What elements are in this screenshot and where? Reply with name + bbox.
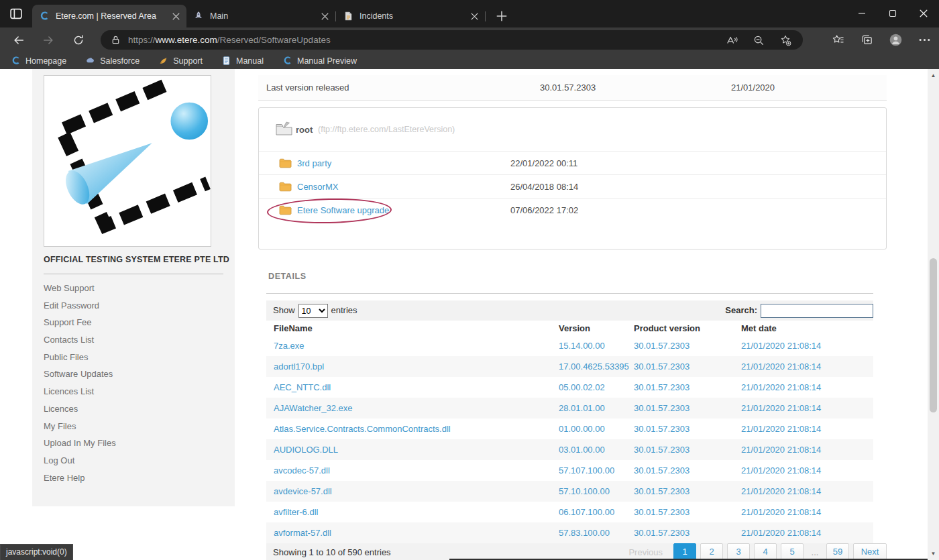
pagination: Previous12345...59Next [628,543,887,560]
maximize-button[interactable] [877,0,908,27]
forward-icon[interactable] [38,30,58,50]
add-favorite-icon[interactable] [779,34,791,46]
minimize-button[interactable] [846,0,877,27]
bookmark-manual-preview[interactable]: Manual Preview [282,56,357,66]
sidebar-item-upload-in-my-files[interactable]: Upload In My Files [44,435,116,452]
url-domain: www.etere.com [156,35,217,45]
column-header[interactable]: Version [559,321,634,335]
cell-value: 57.10.100.00 [559,481,634,502]
manual-icon [221,56,231,66]
workspaces-icon[interactable] [9,7,23,21]
tab-separator [485,11,486,21]
tab-close-icon[interactable] [321,13,329,20]
pagination-page-1[interactable]: 1 [673,543,696,560]
folder-modified-date: 07/06/2022 17:02 [510,205,578,215]
bookmark-manual[interactable]: Manual [221,56,264,66]
cell-value: 21/01/2020 21:08:14 [741,398,873,418]
tab-title: Etere.com | Reserved Area [56,11,166,21]
cell-value: 05.00.02.02 [559,377,634,398]
browser-tab[interactable]: Incidents [336,5,485,27]
file-link[interactable]: adortl170.bpl [266,356,559,377]
file-link[interactable]: 7za.exe [266,335,559,356]
folder-link[interactable]: 3rd party [297,158,331,168]
folder-icon [279,158,292,168]
scrollbar-down-arrow[interactable]: ▼ [928,551,939,557]
show-label: Show [273,305,295,315]
file-link[interactable]: avformat-57.dll [266,522,559,543]
cell-value: 21/01/2020 21:08:14 [741,481,873,502]
new-tab-icon[interactable] [493,7,510,25]
file-link[interactable]: AUDIOLOG.DLL [266,439,559,460]
back-icon[interactable] [9,30,29,50]
sidebar-item-log-out[interactable]: Log Out [44,452,116,469]
scrollbar-thumb[interactable] [930,258,937,412]
folder-link[interactable]: CensorMX [297,182,338,192]
tab-close-icon[interactable] [172,13,180,20]
sidebar-item-public-files[interactable]: Public Files [44,349,116,366]
window-controls [846,0,939,27]
cell-value: 01.00.00.00 [559,418,634,439]
pagination-next[interactable]: Next [853,543,887,560]
folder-link[interactable]: Etere Software upgrade [297,205,389,215]
sidebar-item-my-files[interactable]: My Files [44,418,116,435]
bookmark-support[interactable]: Support [158,56,203,66]
sidebar-item-etere-help[interactable]: Etere Help [44,469,116,487]
sidebar-item-edit-password[interactable]: Edit Password [44,297,116,315]
file-link[interactable]: Atlas.Service.Contracts.CommonContracts.… [266,418,559,439]
bookmark-label: Manual [236,56,264,66]
tab-close-icon[interactable] [471,13,478,20]
company-heading: OFFICIAL TESTING SYSTEM ETERE PTE LTD [44,255,229,264]
profile-avatar[interactable] [889,34,902,46]
cell-value: 57.83.100.00 [559,522,634,543]
cell-value: 06.107.100.00 [559,502,634,522]
entries-select[interactable]: 10 [298,304,328,318]
sidebar-item-licences-list[interactable]: Licences List [44,383,116,400]
vertical-scrollbar[interactable]: ▲ ▼ [928,69,939,560]
browser-titlebar: Etere.com | Reserved AreaMainIncidents [0,0,939,27]
pagination-page-2[interactable]: 2 [700,543,723,560]
pagination-page-59[interactable]: 59 [826,543,849,560]
table-row: AEC_NTTC.dll05.00.02.0230.01.57.230321/0… [266,377,873,398]
file-link[interactable]: avfilter-6.dll [266,502,559,522]
sidebar-item-web-support[interactable]: Web Support [44,280,116,297]
favorites-icon[interactable] [832,34,844,46]
pagination-page-4[interactable]: 4 [754,543,777,560]
column-header[interactable]: FileName [266,321,559,335]
sidebar-item-licences[interactable]: Licences [44,400,116,418]
bookmark-homepage[interactable]: Homepage [11,56,66,66]
scrollbar-up-arrow[interactable]: ▲ [928,72,939,78]
cell-value: 30.01.57.2303 [634,335,741,356]
tab-title: Incidents [360,11,465,21]
address-bar[interactable]: https://www.etere.com/Reserved/SoftwareU… [101,30,803,50]
folder-icon [279,205,292,215]
read-aloud-icon[interactable] [726,34,738,46]
collections-icon[interactable] [861,34,873,46]
column-header[interactable]: Product version [634,321,741,335]
refresh-icon[interactable] [68,30,89,50]
pagination-page-3[interactable]: 3 [727,543,750,560]
sidebar-item-contacts-list[interactable]: Contacts List [44,331,116,349]
bookmark-label: Manual Preview [297,56,357,66]
search-input[interactable] [761,304,873,318]
file-link[interactable]: AEC_NTTC.dll [266,377,559,398]
sidebar-item-software-updates[interactable]: Software Updates [44,366,116,383]
file-link[interactable]: AJAWatcher_32.exe [266,398,559,418]
lock-icon[interactable] [111,35,121,45]
pagination-previous[interactable]: Previous [628,547,663,557]
settings-menu-icon[interactable] [918,34,931,46]
close-button[interactable] [908,0,939,27]
sidebar-item-support-fee[interactable]: Support Fee [44,314,116,331]
browser-tab[interactable]: Main [186,5,335,27]
table-row: avcodec-57.dll57.107.100.0030.01.57.2303… [266,460,873,481]
browser-tab[interactable]: Etere.com | Reserved Area [32,5,186,27]
support-icon [158,56,168,66]
file-link[interactable]: avdevice-57.dll [266,481,559,502]
column-header[interactable]: Met date [741,321,873,335]
zoom-out-icon[interactable] [753,34,765,46]
etere-icon [282,56,292,66]
file-link[interactable]: avcodec-57.dll [266,460,559,481]
pagination-page-5[interactable]: 5 [781,543,804,560]
bookmarks-bar: HomepageSalesforceSupportManualManual Pr… [0,52,939,69]
bookmark-salesforce[interactable]: Salesforce [85,56,140,66]
cell-value: 30.01.57.2303 [634,418,741,439]
